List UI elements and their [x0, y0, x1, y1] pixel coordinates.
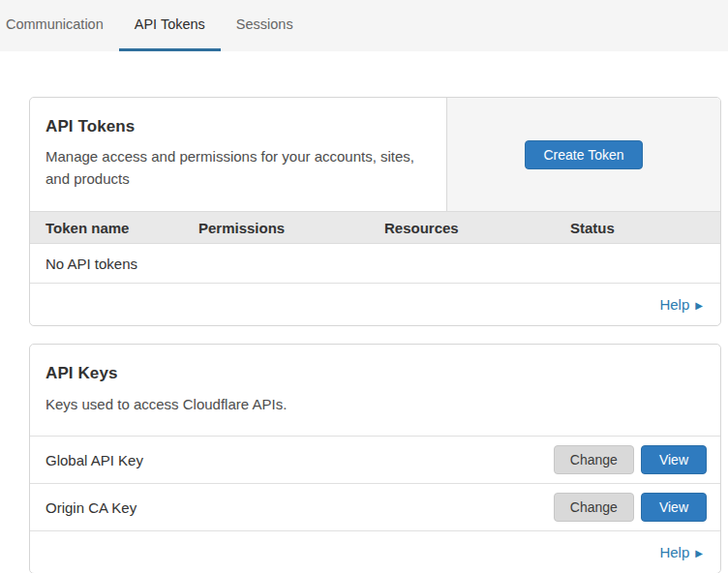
help-link-label: Help: [659, 296, 689, 313]
api-tokens-card-header: API Tokens Manage access and permissions…: [30, 98, 720, 211]
api-tokens-card-intro: API Tokens Manage access and permissions…: [30, 98, 446, 211]
create-token-button[interactable]: Create Token: [525, 140, 642, 169]
help-link-label: Help: [659, 544, 689, 560]
api-keys-card: API Keys Keys used to access Cloudflare …: [29, 344, 721, 573]
global-api-key-label: Global API Key: [46, 452, 143, 468]
column-resources: Resources: [384, 220, 570, 236]
help-arrow-icon: ▶: [695, 548, 703, 558]
key-row-global-api-key: Global API Key Change View: [30, 437, 720, 484]
global-api-key-change-button[interactable]: Change: [554, 445, 634, 474]
key-row-origin-ca-key: Origin CA Key Change View: [30, 484, 720, 531]
origin-ca-key-change-button[interactable]: Change: [554, 493, 634, 522]
api-tokens-title: API Tokens: [46, 117, 423, 136]
token-table-empty-row: No API tokens: [30, 244, 720, 284]
origin-ca-key-view-button[interactable]: View: [641, 493, 707, 522]
column-permissions: Permissions: [198, 220, 384, 236]
global-api-key-view-button[interactable]: View: [641, 445, 707, 474]
api-tokens-description: Manage access and permissions for your a…: [46, 145, 423, 191]
api-tokens-card: API Tokens Manage access and permissions…: [29, 97, 721, 326]
page-content: API Tokens Manage access and permissions…: [0, 51, 728, 573]
api-keys-card-footer: Help ▶: [30, 531, 720, 573]
tab-sessions[interactable]: Sessions: [221, 0, 309, 51]
origin-ca-key-label: Origin CA Key: [46, 499, 136, 516]
tab-bar: Communication API Tokens Sessions: [0, 0, 728, 51]
tab-api-tokens[interactable]: API Tokens: [119, 0, 221, 51]
api-keys-card-header: API Keys Keys used to access Cloudflare …: [30, 345, 720, 437]
help-arrow-icon: ▶: [695, 300, 703, 310]
api-keys-description: Keys used to access Cloudflare APIs.: [46, 393, 705, 415]
api-keys-help-link[interactable]: Help ▶: [659, 544, 703, 560]
api-tokens-card-footer: Help ▶: [30, 284, 720, 325]
column-status: Status: [570, 220, 705, 236]
origin-ca-key-actions: Change View: [554, 493, 707, 522]
global-api-key-actions: Change View: [554, 445, 707, 474]
token-table-header: Token name Permissions Resources Status: [30, 211, 720, 244]
tab-communication[interactable]: Communication: [6, 0, 119, 51]
api-keys-title: API Keys: [46, 364, 705, 383]
no-api-tokens-message: No API tokens: [46, 256, 137, 272]
api-tokens-help-link[interactable]: Help ▶: [659, 296, 703, 313]
api-tokens-action-panel: Create Token: [446, 98, 720, 211]
column-token-name: Token name: [46, 220, 198, 236]
